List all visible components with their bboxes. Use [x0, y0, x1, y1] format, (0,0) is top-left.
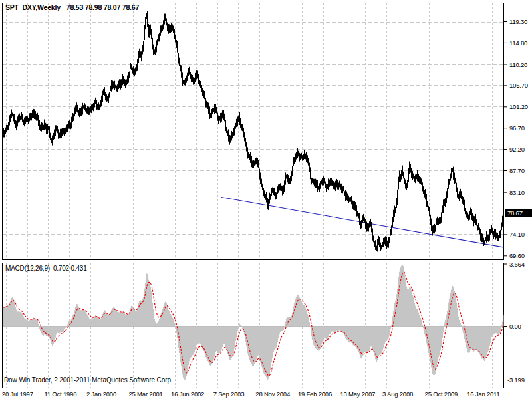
price-axis-label: 92.20: [509, 146, 525, 153]
date-axis-label: 25 Oct 2009: [425, 390, 458, 398]
price-axis-label: 83.10: [509, 189, 525, 196]
price-axis-label: 114.80: [509, 39, 527, 47]
price-axis-label: 105.70: [509, 82, 528, 89]
axis-ticks: [504, 22, 507, 380]
date-axis-label: 11 Oct 1998: [44, 390, 76, 398]
macd-axis-label: 3.664: [509, 261, 525, 268]
date-axis-label: 20 Jul 1997: [2, 390, 33, 398]
date-axis-label: 28 Nov 2004: [255, 390, 290, 398]
date-axis-label: 16 Jun 2002: [171, 390, 204, 398]
price-axis-label: 69.60: [509, 252, 525, 259]
chart-canvas[interactable]: 119.30114.80110.20105.70101.2096.7092.20…: [0, 0, 532, 399]
quote-values: 78.53 78.98 78.07 78.67: [66, 3, 139, 11]
price-axis-label: 119.30: [509, 18, 527, 25]
current-price-badge: 78.67: [505, 209, 532, 217]
symbol-label: SPT_DXY,Weekly: [5, 3, 61, 11]
date-axis-label: 7 Sep 2003: [213, 390, 245, 398]
macd-values: 0.702 0.431: [53, 265, 87, 272]
date-axis-label: 2 Jan 2000: [86, 390, 116, 398]
price-axis-label: 96.70: [509, 124, 525, 132]
footer-credit: Dow Win Trader, ? 2001-2011 MetaQuotes S…: [4, 376, 173, 384]
macd-axis-label: -3.199: [507, 376, 525, 384]
price-axis-label: 101.20: [509, 103, 528, 110]
chart-title: SPT_DXY,Weekly78.53 78.98 78.07 78.67: [5, 3, 139, 11]
date-axis-label: 16 Jan 2011: [467, 390, 499, 398]
macd-title: MACD(12,26,9)0.702 0.431: [5, 265, 87, 272]
chart-window: 119.30114.80110.20105.70101.2096.7092.20…: [0, 0, 532, 399]
date-axis-label: 19 Feb 2006: [298, 390, 332, 398]
date-axis-label: 13 May 2007: [340, 390, 375, 398]
date-axis-label: 3 Aug 2008: [382, 390, 413, 398]
price-axis-label: 87.70: [509, 167, 525, 174]
main-panel[interactable]: [3, 3, 504, 260]
price-axis-label: 74.10: [509, 231, 525, 238]
price-axis-label: 110.20: [509, 61, 527, 68]
macd-axis-label: 0.00: [509, 323, 521, 330]
date-axis-label: 25 Mar 2001: [129, 390, 163, 398]
macd-label: MACD(12,26,9): [5, 265, 50, 272]
